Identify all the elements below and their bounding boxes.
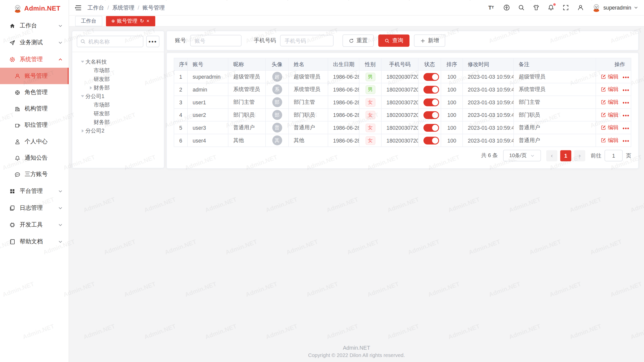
- status-toggle[interactable]: [423, 85, 439, 93]
- sidebar-subitem-role[interactable]: 角色管理: [0, 84, 69, 101]
- status-cell: [418, 70, 441, 83]
- row-more-button[interactable]: •••: [623, 138, 629, 144]
- tree-caret-icon[interactable]: [80, 59, 86, 65]
- next-page-button[interactable]: ›: [574, 150, 585, 161]
- edit-button[interactable]: 编辑: [601, 137, 619, 144]
- theme-icon[interactable]: [533, 4, 540, 11]
- sidebar-item-gear[interactable]: 系统管理: [0, 51, 69, 68]
- prev-page-button[interactable]: ‹: [546, 150, 557, 161]
- send-icon: [9, 39, 16, 46]
- sidebar-item-tools[interactable]: 开发工具: [0, 216, 69, 233]
- avatar-cell: 部: [266, 96, 289, 109]
- search-button[interactable]: 查询: [378, 34, 410, 47]
- breadcrumb-item-workbench[interactable]: 工作台: [88, 4, 104, 11]
- tree-node[interactable]: 市场部: [75, 101, 164, 109]
- user-icon[interactable]: [577, 4, 584, 11]
- current-page-button[interactable]: 1: [560, 150, 571, 161]
- fullscreen-icon[interactable]: [562, 4, 569, 11]
- sidebar-item-log[interactable]: 日志管理: [0, 199, 69, 216]
- row-more-button[interactable]: •••: [623, 100, 629, 106]
- edit-button[interactable]: 编辑: [601, 124, 619, 131]
- goto-page-input[interactable]: [605, 150, 623, 161]
- birthdate-cell: 1986-06-28: [328, 121, 359, 134]
- sidebar-subitem-chat[interactable]: 三方账号: [0, 166, 69, 183]
- pagination: 共 6 条 10条/页 ‹ 1 ›: [174, 150, 631, 161]
- goto-page: 前往页: [591, 150, 631, 161]
- notification-bell-icon[interactable]: [547, 4, 554, 11]
- search-icon[interactable]: [518, 4, 525, 11]
- status-toggle[interactable]: [423, 111, 439, 119]
- sidebar-subitem-profile[interactable]: 个人中心: [0, 133, 69, 150]
- account-input[interactable]: [190, 35, 242, 47]
- breadcrumb-separator: /: [107, 5, 109, 11]
- status-toggle[interactable]: [423, 137, 439, 144]
- column-header: 姓名: [289, 58, 328, 70]
- row-more-button[interactable]: •••: [623, 87, 629, 93]
- tree-caret-icon[interactable]: [88, 85, 94, 90]
- edit-button[interactable]: 编辑: [601, 111, 619, 118]
- order-cell: 100: [441, 96, 463, 109]
- chevron-down-icon: [58, 23, 63, 28]
- sidebar-item-home[interactable]: 工作台: [0, 17, 69, 34]
- status-toggle[interactable]: [423, 73, 439, 81]
- phone-input[interactable]: [280, 35, 333, 47]
- table-row: 2admin系统管理员系系统管理员1986-06-28男180200307201…: [174, 83, 631, 96]
- close-tab-icon[interactable]: ×: [146, 18, 149, 23]
- tree-node[interactable]: 财务部: [75, 83, 164, 92]
- actions-cell: 编辑•••: [596, 109, 631, 121]
- query-panel: 账号 手机号码 重置 查询: [166, 31, 639, 50]
- bell-icon: [14, 155, 20, 161]
- org-tree: 大名科技市场部研发部财务部分公司1市场部研发部财务部分公司2: [72, 52, 164, 135]
- edit-button[interactable]: 编辑: [601, 86, 619, 93]
- edit-button[interactable]: 编辑: [601, 98, 619, 106]
- refresh-tab-icon[interactable]: ↻: [140, 18, 144, 23]
- sidebar-subitem-bell[interactable]: 通知公告: [0, 150, 69, 166]
- sidebar-item-docs[interactable]: 帮助文档: [0, 233, 69, 250]
- status-toggle[interactable]: [423, 124, 439, 131]
- tree-node[interactable]: 大名科技: [75, 58, 164, 66]
- row-more-button[interactable]: •••: [623, 113, 629, 119]
- status-toggle[interactable]: [423, 98, 439, 106]
- sidebar-item-grid[interactable]: 平台管理: [0, 183, 69, 200]
- tree-node[interactable]: 市场部: [75, 66, 164, 75]
- tree-node[interactable]: 财务部: [75, 118, 164, 126]
- font-size-icon[interactable]: TT: [488, 4, 495, 11]
- breadcrumb-item-system[interactable]: 系统管理: [112, 4, 134, 11]
- tree-node[interactable]: 研发部: [75, 75, 164, 83]
- tree-caret-icon[interactable]: [80, 93, 86, 99]
- avatar: 其: [272, 135, 282, 145]
- add-button[interactable]: 新增: [414, 34, 445, 47]
- sidebar: Admin.NET 工作台业务测试系统管理账号管理角色管理机构管理职位管理个人中…: [0, 0, 69, 362]
- modified-time-cell: 2023-01-03 10:59:44: [463, 121, 513, 134]
- table-body: 1superadmin超级管理员超超级管理员1986-06-28男1802003…: [174, 70, 631, 147]
- tree-node-label: 市场部: [94, 67, 110, 74]
- edit-button[interactable]: 编辑: [601, 73, 619, 80]
- sidebar-subitem-user[interactable]: 账号管理: [0, 68, 69, 84]
- language-icon[interactable]: [503, 4, 510, 11]
- tree-node[interactable]: 研发部: [75, 109, 164, 118]
- row-more-button[interactable]: •••: [623, 74, 629, 80]
- role-icon: [14, 89, 20, 95]
- reset-button[interactable]: 重置: [343, 34, 374, 47]
- row-index: 6: [174, 134, 187, 147]
- org-more-button[interactable]: ●●●: [146, 36, 159, 47]
- right-column: 账号 手机号码 重置 查询: [166, 31, 639, 362]
- tab-workbench[interactable]: 工作台: [75, 16, 102, 26]
- order-cell: 100: [441, 121, 463, 134]
- tree-caret-icon[interactable]: [80, 128, 86, 134]
- row-more-button[interactable]: •••: [623, 125, 629, 131]
- tree-node[interactable]: 分公司1: [75, 92, 164, 101]
- sidebar-item-send[interactable]: 业务测试: [0, 34, 69, 51]
- tree-node[interactable]: 分公司2: [75, 126, 164, 135]
- page-size-select[interactable]: 10条/页: [503, 150, 541, 161]
- org-search-input[interactable]: [77, 36, 143, 47]
- tab-account-management[interactable]: 账号管理 ↻ ×: [106, 16, 155, 26]
- breadcrumb-separator: /: [138, 5, 139, 11]
- brand[interactable]: Admin.NET: [0, 0, 69, 17]
- user-menu[interactable]: superadmin: [592, 3, 638, 12]
- main-area: 工作台 / 系统管理 / 账号管理 TT: [69, 0, 644, 362]
- sidebar-subitem-org[interactable]: 机构管理: [0, 101, 69, 117]
- collapse-menu-icon[interactable]: [75, 4, 82, 11]
- row-index: 2: [174, 83, 187, 96]
- sidebar-subitem-position[interactable]: 职位管理: [0, 117, 69, 133]
